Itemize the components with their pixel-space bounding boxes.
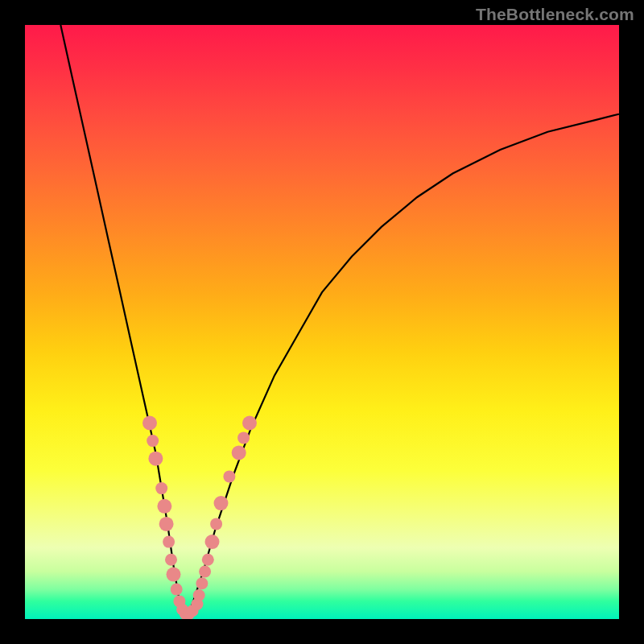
scatter-dot — [237, 431, 250, 444]
bottleneck-curve — [60, 25, 619, 619]
scatter-dot — [223, 470, 235, 482]
scatter-dot — [167, 568, 181, 582]
scatter-dot — [147, 435, 159, 447]
scatter-dot — [202, 554, 214, 566]
scatter-dot — [142, 416, 157, 431]
scatter-dot — [210, 518, 222, 530]
curve-svg — [25, 25, 619, 619]
scatter-dot — [196, 577, 208, 589]
scatter-dot — [199, 566, 211, 578]
scatter-dot — [163, 536, 175, 548]
scatter-dot — [148, 452, 163, 466]
scatter-dot — [242, 416, 257, 431]
scatter-dot — [214, 496, 229, 510]
scatter-dot — [159, 517, 174, 531]
scatter-dot — [165, 554, 177, 566]
chart-stage: TheBottleneck.com — [0, 0, 644, 644]
scatter-dot — [155, 482, 167, 494]
watermark-text: TheBottleneck.com — [476, 5, 634, 24]
scatter-group — [142, 416, 257, 620]
scatter-dot — [232, 445, 246, 460]
scatter-dot — [157, 499, 171, 514]
scatter-dot — [171, 584, 183, 596]
scatter-dot — [205, 535, 220, 549]
scatter-dot — [193, 589, 205, 601]
plot-area — [25, 25, 619, 619]
